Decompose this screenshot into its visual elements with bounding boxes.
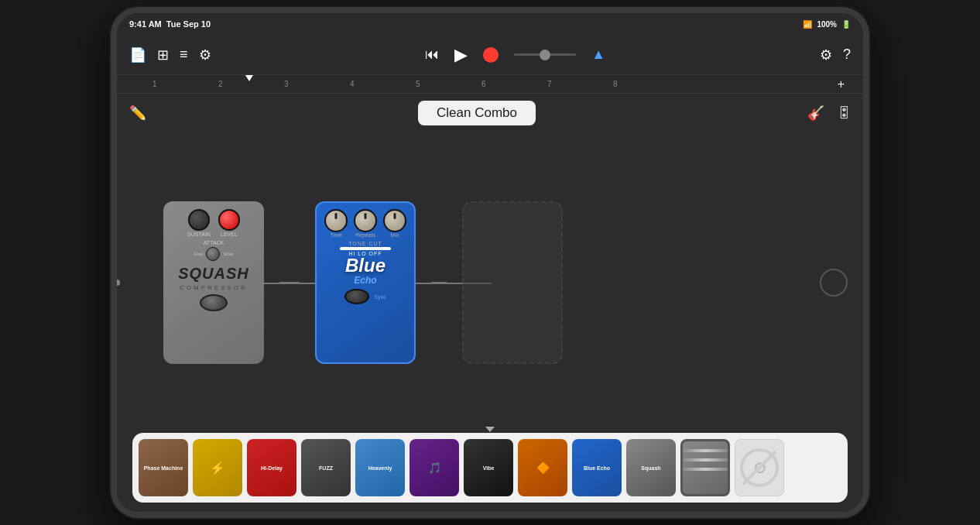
pedal-thumb-none[interactable]: ⊘ [735, 439, 784, 496]
add-section-button[interactable]: + [838, 77, 845, 91]
pedal-thumb-heavenly[interactable]: Heavenly [355, 439, 405, 496]
thumb-icon-purple: 🎵 [428, 462, 441, 474]
pedal-selector[interactable]: Phase Machine ⚡ Hi-Delay FUZZ [132, 433, 848, 503]
ruler-mark-5: 5 [416, 80, 420, 88]
level-knob[interactable] [218, 209, 240, 231]
attack-label: ATTACK [204, 240, 224, 245]
pedal-thumb-squash[interactable]: Squash [626, 439, 676, 496]
thumb-label-squash: Squash [641, 465, 660, 471]
pedal-thumb-orange[interactable]: 🔶 [518, 439, 567, 496]
tracks-icon[interactable]: ⊞ [157, 46, 169, 63]
metronome-icon[interactable]: ▲ [591, 46, 605, 63]
pedal-thumb-selected[interactable] [680, 439, 730, 496]
pedal-thumb-yellow[interactable]: ⚡ [193, 439, 242, 496]
home-button[interactable] [820, 269, 848, 297]
ruler-mark-1: 1 [152, 80, 157, 88]
squash-name: SQUASH [178, 266, 249, 281]
amp-header: ✏️ Clean Combo 🎸 🎛 [117, 94, 863, 132]
eq-icon[interactable]: ⚙ [199, 46, 211, 63]
echo-stomp[interactable] [344, 289, 369, 304]
rewind-button[interactable]: ⏮ [425, 46, 439, 63]
tuner-icon[interactable]: 🎸 [807, 105, 824, 122]
playhead-marker [245, 75, 253, 81]
squash-compressor-pedal[interactable]: SUSTAIN LEVEL ATTACK Fast Slow SQUASH [163, 201, 264, 364]
wifi-icon: 📶 [803, 20, 812, 29]
thumb-label-hidelay: Hi-Delay [261, 465, 283, 471]
thumb-label-yellow: ⚡ [210, 461, 225, 475]
squash-knobs-row: SUSTAIN LEVEL [187, 209, 240, 237]
attack-knob[interactable] [206, 247, 220, 261]
mix-label: Mix [391, 232, 399, 238]
help-icon[interactable]: ? [843, 46, 851, 63]
status-right: 📶 100% 🔋 [803, 20, 851, 29]
selector-arrow [485, 427, 495, 432]
thumb-icon-orange: 🔶 [536, 462, 550, 474]
settings-icon[interactable]: ⚙ [820, 46, 832, 63]
thumb-label-fuzz: FUZZ [319, 465, 333, 471]
echo-name-echo: Echo [354, 275, 376, 286]
slow-label: Slow [223, 252, 233, 256]
transport-slider[interactable] [514, 53, 576, 56]
main-content: ✏️ Clean Combo 🎸 🎛 [117, 94, 863, 512]
level-label: LEVEL [221, 232, 238, 237]
pedal-thumb-blue-echo[interactable]: Blue Echo [572, 439, 622, 496]
pedal-thumb-purple[interactable]: 🎵 [409, 439, 459, 496]
ipad-frame: 9:41 AM Tue Sep 10 📶 100% 🔋 📄 ⊞ ≡ ⚙ ⏮ ▶ [111, 7, 869, 518]
selected-indicator-3 [683, 468, 728, 471]
tone-cut-section: TONE CUT HI LO OFF [323, 241, 408, 256]
status-bar: 9:41 AM Tue Sep 10 📶 100% 🔋 [117, 13, 863, 35]
status-time: 9:41 AM [129, 19, 162, 29]
toolbar-left: 📄 ⊞ ≡ ⚙ [129, 46, 211, 63]
sync-label: Sync [374, 294, 386, 300]
fast-label: Fast [194, 252, 204, 256]
amp-header-left: ✏️ [129, 105, 146, 122]
toolbar: 📄 ⊞ ≡ ⚙ ⏮ ▶ ▲ ⚙ ? [117, 35, 863, 75]
blue-echo-pedal[interactable]: Time Repeats Mix TONE CUT [315, 201, 416, 364]
record-button[interactable] [483, 47, 499, 63]
new-track-icon[interactable]: 📄 [129, 46, 146, 63]
echo-knobs-row: Time Repeats Mix [324, 209, 406, 238]
selected-indicator [683, 449, 728, 452]
squash-stomp[interactable] [200, 294, 228, 311]
mixer-icon[interactable]: ≡ [180, 46, 188, 63]
repeats-knob[interactable] [354, 209, 377, 232]
pedal-thumb-fuzz[interactable]: FUZZ [301, 439, 351, 496]
sustain-label: SUSTAIN [187, 232, 211, 237]
time-knob[interactable] [324, 209, 348, 232]
toolbar-right: ⚙ ? [820, 46, 851, 63]
thumb-label-vibe: Vibe [483, 465, 495, 471]
pedal-selector-wrapper: Phase Machine ⚡ Hi-Delay FUZZ [117, 433, 863, 512]
status-left: 9:41 AM Tue Sep 10 [129, 19, 211, 29]
thumb-label-blue-echo: Blue Echo [584, 465, 610, 471]
amp-selector-icon[interactable]: 🎛 [837, 105, 851, 122]
battery-icon: 🔋 [841, 20, 851, 29]
mix-knob[interactable] [383, 209, 406, 232]
pedal-thumb-vibe[interactable]: Vibe [464, 439, 513, 496]
ruler: 1 2 3 4 5 6 7 8 + [117, 75, 863, 94]
preset-name[interactable]: Clean Combo [418, 101, 536, 125]
sustain-knob[interactable] [188, 209, 210, 231]
ruler-mark-3: 3 [284, 80, 289, 88]
transport-handle[interactable] [540, 50, 550, 60]
attack-row: Fast Slow [194, 247, 234, 261]
pedal-thumb-phase[interactable]: Phase Machine [139, 439, 188, 496]
empty-pedal-slot[interactable] [462, 201, 563, 364]
ruler-mark-6: 6 [481, 80, 486, 88]
echo-name-blue: Blue [345, 256, 385, 275]
repeats-label: Repeats [355, 232, 375, 238]
pencil-icon[interactable]: ✏️ [129, 105, 146, 122]
amp-header-right: 🎸 🎛 [807, 105, 851, 122]
tone-cut-bar[interactable] [340, 247, 391, 250]
status-date: Tue Sep 10 [166, 19, 211, 29]
ruler-mark-4: 4 [350, 80, 355, 88]
play-button[interactable]: ▶ [454, 45, 468, 65]
pedal-area: SUSTAIN LEVEL ATTACK Fast Slow SQUASH [117, 132, 863, 433]
pedal-thumb-hidelay[interactable]: Hi-Delay [247, 439, 296, 496]
squash-sub: COMPRESSOR [180, 284, 248, 291]
ruler-mark-7: 7 [547, 80, 552, 88]
input-jack [117, 280, 120, 286]
ipad-screen: 9:41 AM Tue Sep 10 📶 100% 🔋 📄 ⊞ ≡ ⚙ ⏮ ▶ [117, 13, 863, 512]
thumb-label-heavenly: Heavenly [368, 465, 392, 471]
ruler-mark-2: 2 [218, 80, 223, 88]
ruler-mark-8: 8 [613, 80, 618, 88]
